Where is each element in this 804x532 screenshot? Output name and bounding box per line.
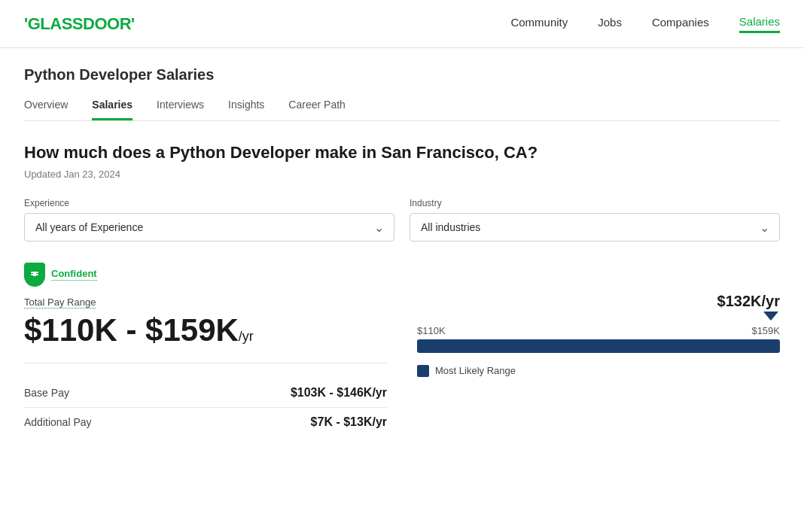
- range-legend: Most Likely Range: [417, 365, 780, 377]
- main-content: Python Developer Salaries Overview Salar…: [0, 48, 804, 454]
- total-pay-per-yr: /yr: [239, 329, 254, 344]
- filters-row: Experience All years of Experience 0-1 y…: [24, 198, 780, 242]
- shield-svg: [29, 269, 41, 281]
- total-pay-value: $110K - $159K/yr: [24, 313, 387, 348]
- tab-insights[interactable]: Insights: [228, 99, 264, 120]
- salary-right: $132K/yr $110K $159K Most Likely Range: [417, 263, 780, 377]
- base-pay-value: $103K - $146K/yr: [291, 386, 387, 400]
- nav-links: Community Jobs Companies Salaries: [510, 15, 780, 33]
- total-pay-label[interactable]: Total Pay Range: [24, 296, 96, 309]
- range-low-label: $110K: [417, 325, 446, 336]
- experience-label: Experience: [24, 198, 394, 208]
- page-title: Python Developer Salaries: [24, 66, 780, 84]
- base-pay-row: Base Pay $103K - $146K/yr: [24, 378, 387, 407]
- shield-icon: [24, 263, 45, 287]
- tab-career-path[interactable]: Career Path: [288, 99, 345, 120]
- salary-left: Confident Total Pay Range $110K - $159K/…: [24, 263, 387, 436]
- additional-pay-row: Additional Pay $7K - $13K/yr: [24, 408, 387, 436]
- nav-salaries[interactable]: Salaries: [739, 15, 780, 33]
- additional-pay-value: $7K - $13K/yr: [311, 415, 387, 429]
- range-viz-container: $132K/yr $110K $159K Most Likely Range: [417, 263, 780, 377]
- nav-companies[interactable]: Companies: [652, 16, 709, 32]
- svg-rect-2: [31, 272, 38, 273]
- legend-box-icon: [417, 365, 429, 377]
- industry-filter-group: Industry All industries Technology Finan…: [410, 198, 780, 242]
- range-labels: $110K $159K: [417, 325, 780, 336]
- nav-community[interactable]: Community: [510, 16, 568, 32]
- industry-label: Industry: [410, 198, 780, 208]
- industry-select-wrapper: All industries Technology Finance Health…: [410, 213, 780, 242]
- legend-label: Most Likely Range: [435, 365, 516, 376]
- pay-divider: [24, 363, 387, 363]
- nav-jobs[interactable]: Jobs: [598, 16, 622, 32]
- tab-interviews[interactable]: Interviews: [157, 99, 204, 120]
- tab-bar: Overview Salaries Interviews Insights Ca…: [24, 99, 780, 121]
- experience-select[interactable]: All years of Experience 0-1 years 1-3 ye…: [24, 213, 394, 242]
- confident-badge: Confident: [24, 263, 387, 287]
- confident-label[interactable]: Confident: [51, 268, 97, 281]
- arrow-row: [417, 312, 780, 321]
- base-pay-label: Base Pay: [24, 387, 69, 399]
- experience-filter-group: Experience All years of Experience 0-1 y…: [24, 198, 394, 242]
- updated-date: Updated Jan 23, 2024: [24, 169, 780, 180]
- salary-section: Confident Total Pay Range $110K - $159K/…: [24, 263, 780, 436]
- tab-salaries[interactable]: Salaries: [92, 99, 132, 120]
- tab-overview[interactable]: Overview: [24, 99, 68, 120]
- median-value-row: $132K/yr: [417, 293, 780, 310]
- logo[interactable]: 'GLASSDOOR': [24, 14, 135, 34]
- experience-select-wrapper: All years of Experience 0-1 years 1-3 ye…: [24, 213, 394, 242]
- industry-select[interactable]: All industries Technology Finance Health…: [410, 213, 780, 242]
- section-title: How much does a Python Developer make in…: [24, 142, 780, 164]
- total-pay-range: $110K - $159K: [24, 312, 239, 348]
- navbar: 'GLASSDOOR' Community Jobs Companies Sal…: [0, 0, 804, 48]
- range-high-label: $159K: [751, 325, 780, 336]
- range-bar: [417, 339, 780, 353]
- median-arrow-icon: [763, 312, 778, 321]
- median-value: $132K/yr: [717, 293, 780, 310]
- additional-pay-label: Additional Pay: [24, 416, 92, 428]
